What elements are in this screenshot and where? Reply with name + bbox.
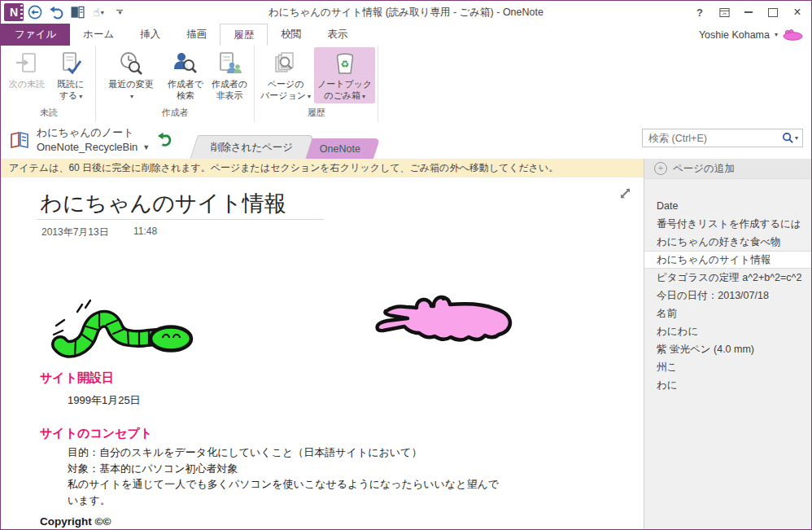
ribbon-group-history: ページの バージョン▾ ♻ ノートブック のごみ箱▾ 履歴 xyxy=(255,46,378,122)
page-date[interactable]: 2013年7月13日 xyxy=(41,226,109,239)
tab-draw[interactable]: 描画 xyxy=(173,24,220,46)
onenote-logo-icon[interactable]: N xyxy=(4,2,24,22)
chevron-down-icon: ▾ xyxy=(308,93,311,100)
page-list-item[interactable]: Date xyxy=(644,197,812,215)
section-tabs: 削除されたページ OneNote xyxy=(194,133,371,159)
green-back-arrow-icon xyxy=(157,132,173,148)
back-circle-icon xyxy=(26,3,44,21)
section-tab-deleted-pages[interactable]: 削除されたページ xyxy=(190,135,314,159)
touch-mouse-mode-button[interactable]: ☝ ▾ xyxy=(89,2,108,22)
chevron-down-icon: ▾ xyxy=(362,93,365,100)
notebook-recycle-bin-button[interactable]: ♻ ノートブック のごみ箱▾ xyxy=(314,47,375,103)
page-versions-icon xyxy=(273,49,299,78)
tab-file[interactable]: ファイル xyxy=(1,24,70,46)
recent-edits-button[interactable]: 最近の変更 ▾ xyxy=(98,47,164,103)
page-time[interactable]: 11:48 xyxy=(133,226,157,237)
chevron-down-icon: ▾ xyxy=(101,9,104,16)
recycle-bin-icon: ♻ xyxy=(333,49,357,78)
search-input[interactable] xyxy=(647,132,782,145)
undo-icon xyxy=(47,3,65,21)
title-bar: N ☝ ▾ ▾ わにちゃんのサイト情報 (読み取り専用 - ごみ箱) - One… xyxy=(1,1,811,24)
tab-history[interactable]: 履歴 xyxy=(220,24,268,46)
tab-home[interactable]: ホーム xyxy=(70,24,127,46)
page-list-item[interactable]: ピタゴラスの定理 a^2+b^2=c^2 xyxy=(644,269,812,287)
chevron-down-icon: ▾ xyxy=(118,11,121,15)
copyright-text: Copyright ©© xyxy=(40,515,111,528)
touch-hand-icon: ☝ xyxy=(93,6,100,19)
crocodile-avatar-icon xyxy=(782,29,803,41)
notebook-title: わにちゃんのノート xyxy=(37,125,150,140)
hide-authors-button[interactable]: 作成者の 非表示 xyxy=(207,47,251,103)
caterpillar-drawing xyxy=(48,292,194,366)
account-menu[interactable]: Yoshie Kohama ▾ xyxy=(699,24,803,46)
page-content: わにちゃんのサイト情報 2013年7月13日 11:48 xyxy=(1,177,644,530)
page-list-item[interactable]: 州こ xyxy=(644,358,812,376)
hide-authors-icon xyxy=(216,49,242,78)
notebook-dropdown[interactable]: わにちゃんのノート OneNote_RecycleBin ▼ xyxy=(37,125,150,155)
diagonal-resize-icon xyxy=(619,187,631,199)
next-unread-button[interactable]: 次の未読 xyxy=(5,47,49,103)
recycle-bin-notice: アイテムは、60 日後に完全に削除されます。ページまたはセクションを右クリックし… xyxy=(1,159,644,177)
chevron-down-icon: ▾ xyxy=(775,31,778,38)
search-icon[interactable] xyxy=(782,132,794,144)
search-box: ▾ xyxy=(642,129,803,147)
help-button[interactable]: ? xyxy=(688,2,712,22)
dock-window-icon xyxy=(69,4,85,20)
tab-view[interactable]: 表示 xyxy=(314,24,360,46)
notebook-subtitle: OneNote_RecycleBin xyxy=(37,140,138,155)
group-label-history: 履歴 xyxy=(257,105,375,121)
dock-to-desktop-button[interactable] xyxy=(68,2,87,22)
section-tab-onenote[interactable]: OneNote xyxy=(300,138,380,159)
chevron-down-icon: ▾ xyxy=(79,93,82,100)
back-button[interactable] xyxy=(25,2,45,22)
find-by-author-button[interactable]: 作成者で 検索 xyxy=(164,47,207,103)
ribbon-tab-row: ファイル ホーム 挿入 描画 履歴 校閲 表示 xyxy=(1,24,811,46)
close-button[interactable]: × xyxy=(785,2,810,22)
ribbon-group-unread: 次の未読 既読に する▾ 未読 xyxy=(1,46,96,122)
group-label-unread: 未読 xyxy=(5,105,93,121)
minimize-button[interactable] xyxy=(736,2,761,22)
search-scope-dropdown-icon[interactable]: ▾ xyxy=(795,134,798,142)
ribbon: 次の未読 既読に する▾ 未読 最近の変更 xyxy=(1,46,811,123)
svg-text:♻: ♻ xyxy=(340,59,349,70)
window-controls: ? × xyxy=(688,1,810,24)
page-versions-button[interactable]: ページの バージョン▾ xyxy=(257,47,314,103)
undo-button[interactable] xyxy=(46,2,66,22)
group-label-authors: 作成者 xyxy=(98,105,251,121)
customize-qat-button[interactable]: ▾ xyxy=(110,2,129,22)
page-list-item[interactable]: 名前 xyxy=(644,304,812,322)
section-heading: サイト開設日 xyxy=(40,370,114,386)
crocodile-drawing xyxy=(369,287,523,353)
mark-read-icon xyxy=(59,49,83,78)
expand-page-button[interactable] xyxy=(619,187,631,203)
page-list-item[interactable]: 紫 蛍光ペン (4.0 mm) xyxy=(644,340,812,358)
quick-access-toolbar: N ☝ ▾ ▾ xyxy=(1,1,129,24)
nav-back-button[interactable] xyxy=(157,132,173,151)
chevron-down-icon: ▾ xyxy=(130,93,133,100)
ribbon-options-icon xyxy=(718,7,731,19)
page-list-sidebar: + ページの追加 Date 番号付きリストを作成するには わにちゃんの好きな食べ… xyxy=(644,159,812,530)
add-page-button[interactable]: + ページの追加 xyxy=(644,159,812,179)
page-list-item[interactable]: わにちゃんの好きな食べ物 xyxy=(644,233,812,251)
ribbon-display-options-button[interactable] xyxy=(712,2,736,22)
notebook-nav-bar: わにちゃんのノート OneNote_RecycleBin ▼ 削除されたページ … xyxy=(1,122,811,159)
section-body: 1999年1月25日 xyxy=(68,392,141,409)
maximize-button[interactable] xyxy=(761,2,785,22)
tab-review[interactable]: 校閲 xyxy=(268,24,314,46)
notebook-icon xyxy=(9,130,30,153)
mark-as-read-button[interactable]: 既読に する▾ xyxy=(49,47,93,103)
title-underline xyxy=(37,219,324,220)
page-list-item[interactable]: わにわに xyxy=(644,322,812,340)
page-list-item[interactable]: わに xyxy=(644,376,812,394)
recent-edits-icon xyxy=(118,49,144,78)
page-title[interactable]: わにちゃんのサイト情報 xyxy=(40,189,286,218)
page-list: Date 番号付きリストを作成するには わにちゃんの好きな食べ物 わにちゃんのサ… xyxy=(644,197,812,394)
page-list-item[interactable]: 今日の日付：2013/07/18 xyxy=(644,287,812,304)
account-name: Yoshie Kohama xyxy=(699,29,770,41)
page-list-item[interactable]: 番号付きリストを作成するには xyxy=(644,215,812,233)
page-list-item-selected[interactable]: わにちゃんのサイト情報 xyxy=(644,251,812,269)
onenote-window: N ☝ ▾ ▾ わにちゃんのサイト情報 (読み取り専用 - ごみ箱) - One… xyxy=(0,0,812,530)
plus-circle-icon: + xyxy=(654,162,667,175)
window-title: わにちゃんのサイト情報 (読み取り専用 - ごみ箱) - OneNote xyxy=(164,1,648,24)
tab-insert[interactable]: 挿入 xyxy=(127,24,173,46)
